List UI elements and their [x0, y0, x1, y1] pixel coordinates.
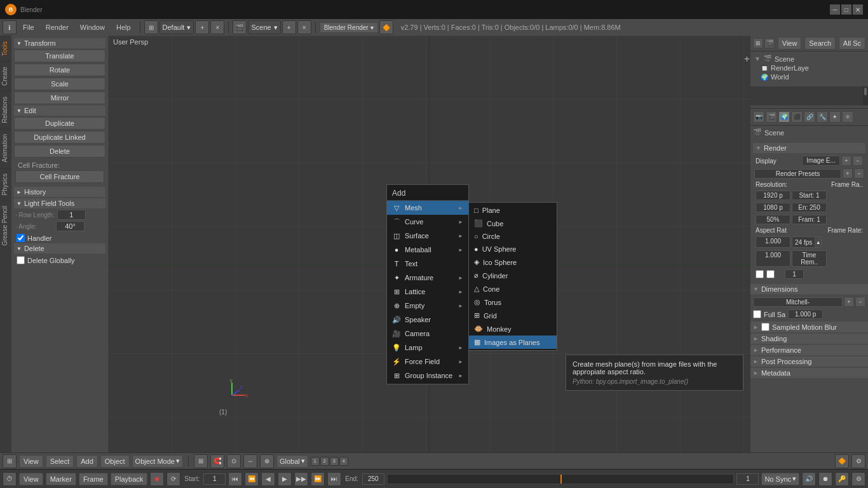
scrollbar-v[interactable] — [863, 86, 868, 105]
settings-icon[interactable]: ⚙ — [851, 454, 865, 468]
particles-props-icon[interactable]: ✦ — [829, 111, 841, 123]
mesh-circle[interactable]: ○ Circle — [469, 230, 557, 243]
physics-props-icon[interactable]: ⚛ — [842, 111, 853, 123]
aspect-y-checkbox[interactable] — [766, 269, 775, 279]
translate-button[interactable]: Translate — [14, 50, 105, 62]
view-tab[interactable]: View — [778, 37, 802, 50]
mesh-cylinder[interactable]: ⌀ Cylinder — [469, 269, 557, 282]
post-processing-header[interactable]: ► Post Processing — [750, 356, 868, 367]
add-layout-icon[interactable]: + — [195, 20, 209, 34]
snap-icon[interactable]: 🧲 — [210, 454, 224, 468]
prev-key-icon[interactable]: ⏪ — [245, 472, 259, 486]
time-rem[interactable]: Time Rem.. — [792, 250, 827, 267]
mesh-monkey[interactable]: 🐵 Monkey — [469, 322, 557, 336]
render-icon[interactable]: 🔶 — [835, 454, 849, 468]
maximize-button[interactable]: □ — [841, 4, 851, 15]
transform-icon[interactable]: ↔ — [243, 454, 257, 468]
mesh-torus[interactable]: ◎ Torus — [469, 295, 557, 309]
rotate-button[interactable]: Rotate — [14, 64, 105, 76]
all-sc-tab[interactable]: All Sc — [839, 37, 865, 50]
end-frame-input[interactable] — [362, 473, 384, 485]
timeline-marker-btn[interactable]: Marker — [46, 473, 76, 485]
tab-physics[interactable]: Physics — [0, 168, 11, 200]
frame-start-val[interactable]: Start: 1 — [792, 191, 827, 200]
loop-icon[interactable]: ⟳ — [166, 472, 180, 486]
add-button[interactable]: Add — [76, 455, 98, 468]
frame-step-val[interactable]: Fram: 1 — [792, 215, 827, 224]
proportional-icon[interactable]: ⊙ — [227, 454, 241, 468]
aspect-x-checkbox[interactable] — [756, 269, 764, 279]
menu-item-group-instance[interactable]: ⊞ Group Instance ► — [387, 369, 468, 383]
tab-relations[interactable]: Relations — [0, 91, 11, 128]
menu-item-camera[interactable]: 🎥 Camera — [387, 327, 468, 341]
res-pct[interactable]: 50% — [756, 215, 790, 224]
mesh-images-as-planes[interactable]: ▦ Images as Planes — [469, 336, 557, 349]
play-icon[interactable]: ▶ — [278, 472, 292, 486]
mesh-uv-sphere[interactable]: ● UV Sphere — [469, 243, 557, 255]
render-props-icon[interactable]: 📷 — [753, 111, 764, 123]
light-field-header[interactable]: ▼ Light Field Tools ⋯ — [14, 198, 105, 208]
object-props-icon[interactable]: ⬛ — [791, 111, 803, 123]
mesh-ico-sphere[interactable]: ◈ Ico Sphere — [469, 255, 557, 269]
global-selector[interactable]: Global ▾ — [276, 455, 308, 468]
mode-selector[interactable]: Object Mode ▾ — [132, 455, 183, 468]
menu-item-armature[interactable]: ✦ Armature ► — [387, 271, 468, 285]
remove-scene-icon[interactable]: × — [297, 20, 311, 34]
mitchell-minus[interactable]: − — [855, 297, 865, 307]
start-frame-input[interactable] — [203, 473, 226, 485]
angle-input[interactable] — [56, 221, 85, 231]
duplicate-linked-button[interactable]: Duplicate Linked — [14, 131, 105, 144]
jump-end-icon[interactable]: ⏭ — [327, 472, 341, 486]
render-presets-val[interactable]: Render Presets — [754, 169, 841, 179]
dimensions-header[interactable]: ▼ Dimensions ⋯ — [750, 284, 868, 294]
aspect-x[interactable]: 1.000 — [756, 236, 790, 248]
menu-item-speaker[interactable]: 🔊 Speaker — [387, 313, 468, 327]
view-button[interactable]: View — [19, 455, 43, 468]
scrollbar-thumb[interactable] — [864, 88, 867, 95]
select-button[interactable]: Select — [46, 455, 74, 468]
transform-section-header[interactable]: ▼ Transform ⋯ — [14, 38, 105, 48]
fps-up[interactable]: ▲ — [815, 237, 821, 247]
file-menu[interactable]: File — [18, 20, 39, 34]
delete-globally-checkbox[interactable] — [17, 256, 25, 264]
display-minus-icon[interactable]: − — [853, 156, 863, 166]
handler-label[interactable]: Handler — [27, 234, 52, 242]
keying-icon[interactable]: 🔑 — [835, 472, 849, 486]
frame-step-num[interactable]: 1 — [785, 269, 804, 279]
delete-globally-label[interactable]: Delete Globally — [27, 257, 75, 264]
presets-minus[interactable]: − — [854, 168, 864, 179]
record-anim-icon[interactable]: ⏺ — [818, 472, 832, 486]
render-section-header[interactable]: ▼ Render ⋯ — [753, 143, 865, 153]
timeline-frame-btn[interactable]: Frame — [79, 473, 108, 485]
minimize-button[interactable]: ─ — [830, 4, 840, 15]
duplicate-button[interactable]: Duplicate — [14, 117, 105, 130]
menu-item-lattice[interactable]: ⊞ Lattice ► — [387, 285, 468, 299]
next-frame-icon[interactable]: ▶▶ — [294, 472, 308, 486]
shading-header[interactable]: ► Shading — [750, 334, 868, 344]
mesh-plane[interactable]: □ Plane — [469, 204, 557, 217]
layer-1[interactable]: 1 — [311, 457, 320, 466]
remove-layout-icon[interactable]: × — [210, 20, 224, 34]
res-h[interactable]: 1080 p — [756, 203, 790, 212]
menu-item-curve[interactable]: ⌒ Curve ► — [387, 215, 468, 229]
layer-3[interactable]: 3 — [330, 457, 339, 466]
help-menu[interactable]: Help — [111, 20, 136, 34]
timeline-view-btn[interactable]: View — [19, 473, 43, 485]
layout-icon[interactable]: ⊞ — [144, 20, 158, 34]
tab-create[interactable]: Create — [0, 61, 11, 91]
mesh-cone[interactable]: △ Cone — [469, 282, 557, 295]
record-icon[interactable]: ⏺ — [150, 472, 164, 486]
edit-section-header[interactable]: ▼ Edit ⋯ — [14, 105, 105, 116]
tree-scene[interactable]: ▼ 🎬 Scene — [753, 54, 865, 64]
mitchell-val[interactable]: Mitchell- — [753, 297, 843, 307]
viewport-add-button[interactable]: + — [744, 53, 750, 65]
sync-selector[interactable]: No Sync ▾ — [761, 473, 799, 485]
mesh-grid[interactable]: ⊞ Grid — [469, 309, 557, 322]
aspect-y[interactable]: 1.000 — [756, 250, 790, 267]
full-sample-checkbox[interactable] — [753, 310, 761, 318]
pivot-icon[interactable]: ⊕ — [260, 454, 274, 468]
add-scene-icon[interactable]: + — [282, 20, 296, 34]
presets-plus[interactable]: + — [843, 168, 853, 179]
delete-button[interactable]: Delete — [14, 145, 105, 158]
timeline-track[interactable] — [387, 474, 735, 484]
